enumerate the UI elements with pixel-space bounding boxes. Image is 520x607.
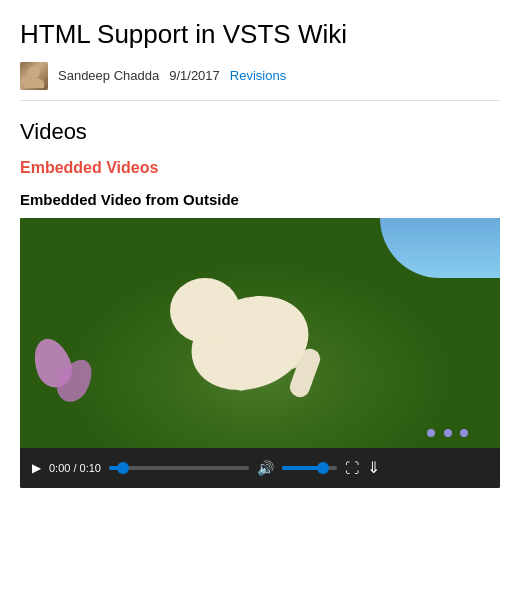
progress-thumb bbox=[117, 462, 129, 474]
small-flowers bbox=[425, 425, 470, 443]
video-section-label: Embedded Video from Outside bbox=[20, 191, 500, 208]
flower-decoration bbox=[30, 338, 110, 428]
play-button[interactable]: ▶ bbox=[32, 461, 41, 475]
video-controls: ▶ 0:00 / 0:10 🔊 ⛶ ⇓ bbox=[20, 448, 500, 488]
volume-track[interactable] bbox=[282, 466, 337, 470]
avatar bbox=[20, 62, 48, 90]
section-heading: Videos bbox=[20, 119, 500, 145]
fullscreen-button[interactable]: ⛶ bbox=[345, 460, 359, 476]
time-display: 0:00 / 0:10 bbox=[49, 462, 101, 474]
progress-fill bbox=[109, 466, 123, 470]
volume-thumb bbox=[317, 462, 329, 474]
volume-fill bbox=[282, 466, 323, 470]
video-container: ▶ 0:00 / 0:10 🔊 ⛶ ⇓ bbox=[20, 218, 500, 488]
embedded-videos-label: Embedded Videos bbox=[20, 159, 500, 177]
download-button[interactable]: ⇓ bbox=[367, 458, 380, 477]
video-thumbnail[interactable] bbox=[20, 218, 500, 448]
author-name: Sandeep Chadda bbox=[58, 68, 159, 83]
meta-bar: Sandeep Chadda 9/1/2017 Revisions bbox=[20, 62, 500, 101]
dog-shape bbox=[140, 258, 360, 418]
meta-date: 9/1/2017 bbox=[169, 68, 220, 83]
revisions-link[interactable]: Revisions bbox=[230, 68, 286, 83]
progress-track[interactable] bbox=[109, 466, 249, 470]
volume-icon[interactable]: 🔊 bbox=[257, 460, 274, 476]
page-title: HTML Support in VSTS Wiki bbox=[20, 18, 500, 52]
